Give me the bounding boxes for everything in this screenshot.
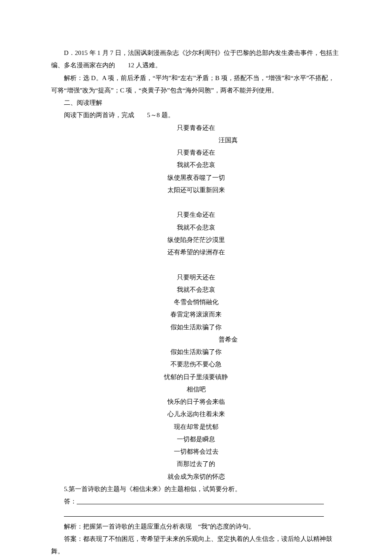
- poem2-line: 现在却常是忧郁: [51, 421, 341, 433]
- section-2-heading: 二、阅读理解: [51, 97, 341, 109]
- analysis-d-text: 解析：选 D。A 项，前后矛盾，“平均”和“左右”矛盾；B 项，搭配不当，“增强…: [51, 72, 341, 97]
- poem2-line: 假如生活欺骗了你: [51, 346, 341, 358]
- poem1-line: 春雷定将滚滚而来: [51, 308, 341, 321]
- poem1-author: 汪国真: [51, 134, 341, 147]
- answer-blank[interactable]: [77, 497, 324, 505]
- poem1-line: 我就不会悲哀: [51, 284, 341, 296]
- poem1-line: 冬雪会悄悄融化: [51, 296, 341, 308]
- q5-analysis: 解析：把握第一首诗歌的主题应重点分析表现 “我”的态度的诗句。: [51, 520, 341, 533]
- poem2-line: 快乐的日子将会来临: [51, 396, 341, 408]
- poem1-line: 我就不会悲哀: [51, 159, 341, 171]
- poem1-line: 还有希望的绿洲存在: [51, 246, 341, 259]
- poem2-line: 心儿永远向往着未来: [51, 408, 341, 420]
- poem2-line: 而那过去了的: [51, 458, 341, 470]
- q5-answer-line-2: [51, 508, 341, 520]
- option-d-text: D．2015 年 1 月 7 日，法国讽刺漫画杂志《沙尔利周刊》位于巴黎的总部内…: [51, 47, 341, 72]
- read-instruction: 阅读下面的两首诗，完成 5～8 题。: [51, 109, 341, 121]
- poem2-line: 忧郁的日子里须要镇静: [51, 371, 341, 383]
- poem1-line: 只要明天还在: [51, 271, 341, 284]
- poem2-line: 一切都将会过去: [51, 446, 341, 458]
- poem1-line: 我就不会悲哀: [51, 221, 341, 234]
- q5-question: 5.第一首诗歌的主题与《相信未来》的主题相似，试简要分析。: [51, 483, 341, 495]
- document-page: D．2015 年 1 月 7 日，法国讽刺漫画杂志《沙尔利周刊》位于巴黎的总部内…: [0, 0, 392, 555]
- poem1-line: 纵使黑夜吞噬了一切: [51, 172, 341, 184]
- stanza-gap: [51, 259, 341, 271]
- poem2-title: 假如生活欺骗了你: [51, 321, 341, 334]
- poem2-line: 就会成为亲切的怀恋: [51, 471, 341, 483]
- poem1-line: 只要生命还在: [51, 209, 341, 221]
- poem1-line: 太阳还可以重新回来: [51, 184, 341, 196]
- poem1-line: 纵使陷身茫茫沙漠里: [51, 234, 341, 246]
- answer-blank[interactable]: [64, 509, 324, 517]
- q5-answer-label: 答：: [64, 498, 77, 505]
- q5-answer: 答案：都表现了不怕困厄，寄希望于未来的乐观向上、坚定执着的人生信念，读后给人以精…: [51, 533, 341, 555]
- poem2-author: 普希金: [51, 334, 341, 346]
- poem2-line: 不要悲伤不要心急: [51, 358, 341, 371]
- stanza-gap: [51, 196, 341, 209]
- poem1-title: 只要青春还在: [51, 122, 341, 134]
- q5-answer-line-1: 答：: [51, 495, 341, 508]
- poem2-line: 一切都是瞬息: [51, 433, 341, 446]
- poem1-line: 只要青春还在: [51, 147, 341, 159]
- poem2-line: 相信吧: [51, 383, 341, 396]
